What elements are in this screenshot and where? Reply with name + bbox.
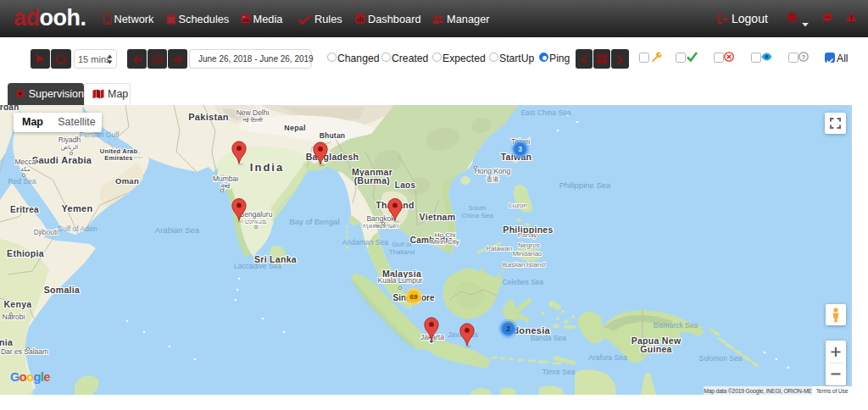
- svg-text:नई दिल्ली: नई दिल्ली: [242, 117, 263, 123]
- svg-text:India: India: [250, 161, 284, 174]
- svg-text:Hong Kong: Hong Kong: [475, 167, 511, 175]
- svg-text:?: ?: [802, 53, 806, 61]
- svg-text:2: 2: [506, 324, 510, 333]
- svg-text:Celebes Sea: Celebes Sea: [503, 278, 544, 286]
- svg-text:South: South: [469, 204, 487, 212]
- svg-text:Vietnam: Vietnam: [420, 212, 456, 222]
- svg-text:Bay of Bengal: Bay of Bengal: [289, 217, 339, 226]
- svg-text:香港: 香港: [487, 175, 500, 183]
- svg-text:Red Sea: Red Sea: [8, 177, 36, 186]
- svg-text:Bhutan: Bhutan: [320, 131, 345, 140]
- svg-text:New Delhi: New Delhi: [236, 108, 270, 117]
- svg-text:Sri Lanka: Sri Lanka: [254, 254, 297, 264]
- svg-text:Timor Sea: Timor Sea: [542, 368, 576, 376]
- svg-text:Riyadh: Riyadh: [58, 136, 81, 144]
- svg-text:nia: nia: [0, 337, 13, 347]
- svg-text:Djibouti: Djibouti: [34, 228, 58, 236]
- svg-text:मुंबई: मुंबई: [220, 183, 231, 190]
- svg-text:ordan: ordan: [0, 105, 19, 112]
- svg-text:Yemen: Yemen: [62, 203, 93, 213]
- svg-text:Bismarck Sea: Bismarck Sea: [654, 321, 698, 330]
- svg-text:Basilan Island: Basilan Island: [503, 261, 545, 269]
- svg-text:Solomon Sea: Solomon Sea: [698, 354, 742, 363]
- svg-text:China Sea: China Sea: [461, 212, 493, 219]
- svg-text:Minh City: Minh City: [431, 238, 459, 246]
- svg-text:Kenya: Kenya: [3, 299, 31, 309]
- svg-text:Negros: Negros: [518, 241, 540, 249]
- svg-text:Palawan: Palawan: [487, 245, 513, 252]
- svg-text:Philippine Sea: Philippine Sea: [559, 180, 611, 190]
- svg-text:Eritrea: Eritrea: [10, 205, 39, 214]
- svg-text:Somalia: Somalia: [44, 285, 80, 295]
- svg-text:กรุงเทพมหานคร: กรุงเทพมหานคร: [363, 224, 399, 230]
- svg-text:الرياض: الرياض: [61, 144, 79, 151]
- svg-text:Dar es Salaam: Dar es Salaam: [1, 347, 48, 356]
- svg-text:Luzon: Luzon: [509, 202, 527, 209]
- svg-text:Pakistan: Pakistan: [188, 112, 229, 122]
- svg-text:Thailand: Thailand: [389, 248, 415, 256]
- svg-text:Kuala Lumpur: Kuala Lumpur: [378, 276, 423, 285]
- svg-text:Saudi Arabia: Saudi Arabia: [32, 155, 92, 165]
- svg-text:Nairobi: Nairobi: [3, 313, 25, 321]
- svg-text:Bangladesh: Bangladesh: [306, 152, 359, 162]
- svg-text:East China Sea: East China Sea: [520, 108, 570, 117]
- svg-text:Oman: Oman: [115, 176, 139, 186]
- svg-text:Arabian Sea: Arabian Sea: [155, 225, 200, 235]
- svg-text:Bengaluru: Bengaluru: [240, 210, 273, 219]
- svg-text:Emirates: Emirates: [104, 154, 132, 162]
- svg-text:(Burma): (Burma): [354, 175, 390, 186]
- svg-text:3: 3: [518, 145, 522, 153]
- svg-text:Andaman Sea: Andaman Sea: [342, 238, 388, 247]
- svg-text:69: 69: [410, 293, 418, 301]
- svg-text:Bangkok: Bangkok: [366, 214, 395, 223]
- svg-text:Mindanao: Mindanao: [512, 250, 542, 258]
- svg-text:Panay: Panay: [518, 231, 537, 239]
- svg-text:ಬೆಂಗಳೂರು: ಬೆಂಗಳೂರು: [245, 219, 267, 224]
- svg-text:Ethiopia: Ethiopia: [7, 248, 44, 258]
- svg-text:Laos: Laos: [395, 180, 416, 190]
- svg-text:مكة: مكة: [20, 166, 31, 172]
- svg-text:Mumbai: Mumbai: [213, 175, 238, 183]
- svg-text:Nepal: Nepal: [284, 124, 306, 132]
- svg-text:Mecca: Mecca: [14, 158, 36, 166]
- svg-text:Guinea: Guinea: [640, 344, 671, 354]
- svg-text:Gulf of Aden: Gulf of Aden: [58, 224, 97, 233]
- svg-text:Arafura Sea: Arafura Sea: [588, 353, 627, 362]
